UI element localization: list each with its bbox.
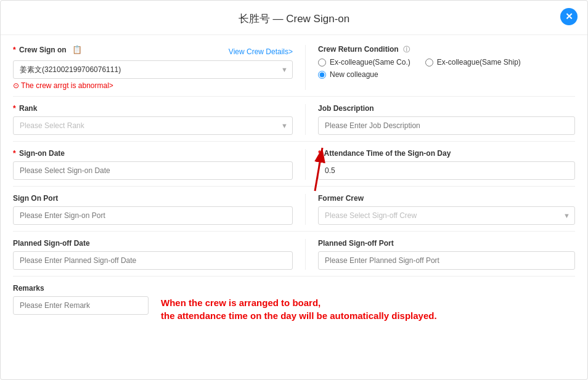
view-crew-details-link[interactable]: View Crew Details>: [229, 47, 293, 56]
crew-sign-on-label: Crew Sign on: [19, 46, 67, 54]
job-desc-section: Job Description: [305, 104, 575, 135]
modal-title: 长胜号 — Crew Sign-on: [1, 12, 587, 26]
planned-signoff-date-label: Planned Sign-off Date: [13, 239, 90, 248]
crew-signin-section: * Crew Sign on 📋 View Crew Details> 姜素文(…: [13, 45, 305, 90]
rank-label: Rank: [19, 104, 37, 113]
radio-ex-colleague-ship[interactable]: Ex-colleague(Same Ship): [425, 58, 521, 67]
new-colleague-label: New colleague: [330, 70, 378, 79]
remarks-label: Remarks: [13, 284, 44, 293]
required-star: *: [13, 46, 16, 54]
radio-ex-co-input[interactable]: [318, 59, 326, 67]
calendar-icon: 📋: [72, 45, 82, 54]
former-crew-section: Former Crew Please Select Sign-off Crew …: [305, 194, 575, 225]
modal-body: * Crew Sign on 📋 View Crew Details> 姜素文(…: [1, 35, 587, 332]
former-crew-label: Former Crew: [318, 194, 364, 203]
crew-dropdown-wrap: 姜素文(321002199706076111) ▼: [13, 60, 293, 79]
date-attendance-row: * Sign-on Date * Attendance Time of the …: [13, 141, 575, 180]
annotation-line2: the attendance time on the day will be a…: [161, 310, 437, 321]
radio-new-colleague[interactable]: New colleague: [318, 70, 378, 79]
rank-section: * Rank Please Select Rank ▼: [13, 104, 305, 135]
attendance-time-input[interactable]: [318, 161, 575, 180]
close-button[interactable]: ✕: [560, 8, 578, 25]
rank-dropdown[interactable]: Please Select Rank: [13, 116, 293, 135]
modal-container: 长胜号 — Crew Sign-on ✕ * Crew Sign on 📋 Vi…: [0, 0, 588, 380]
sign-on-date-label: Sign-on Date: [19, 149, 65, 158]
radio-group: Ex-colleague(Same Co.) Ex-colleague(Same…: [318, 58, 575, 79]
radio-row-top: Ex-colleague(Same Co.) Ex-colleague(Same…: [318, 58, 575, 67]
modal-header: 长胜号 — Crew Sign-on ✕: [1, 1, 587, 35]
planned-signoff-date-section: Planned Sign-off Date: [13, 239, 305, 270]
crew-dropdown[interactable]: 姜素文(321002199706076111): [13, 60, 293, 79]
radio-row-bottom: New colleague: [318, 70, 575, 79]
former-crew-dropdown-wrap: Please Select Sign-off Crew ▼: [318, 206, 575, 225]
planned-signoff-port-input[interactable]: [318, 251, 575, 270]
sign-on-date-section: * Sign-on Date: [13, 149, 305, 180]
rank-dropdown-wrap: Please Select Rank ▼: [13, 116, 293, 135]
ex-colleague-co-label: Ex-colleague(Same Co.): [330, 58, 410, 67]
planned-signoff-port-section: Planned Sign-off Port: [305, 239, 575, 270]
crew-signin-label-row: * Crew Sign on 📋 View Crew Details>: [13, 45, 293, 58]
remarks-content-row: When the crew is arranged to board, the …: [13, 296, 575, 322]
sign-on-date-input[interactable]: [13, 161, 293, 180]
remarks-row: Remarks When the crew is arranged to boa…: [13, 276, 575, 322]
job-desc-input[interactable]: [318, 116, 575, 135]
remarks-input-wrap: [13, 296, 149, 315]
crew-return-section: Crew Return Condition ⓘ Ex-colleague(Sam…: [305, 45, 575, 90]
sign-on-port-section: Sign On Port: [13, 194, 305, 225]
radio-ex-ship-input[interactable]: [425, 59, 433, 67]
ex-colleague-ship-label: Ex-colleague(Same Ship): [437, 58, 521, 67]
sign-on-port-input[interactable]: [13, 206, 293, 225]
error-message: ⊙ The crew arrgt is abnormal>: [13, 81, 293, 90]
attendance-time-label: Attendance Time of the Sign-on Day: [324, 149, 451, 158]
planned-signoff-row: Planned Sign-off Date Planned Sign-off P…: [13, 231, 575, 270]
planned-signoff-date-input[interactable]: [13, 251, 293, 270]
port-former-crew-row: Sign On Port Former Crew Please Select S…: [13, 186, 575, 225]
annotation-line1: When the crew is arranged to board,: [161, 297, 321, 308]
rank-job-row: * Rank Please Select Rank ▼ Job Descript…: [13, 96, 575, 135]
remarks-input[interactable]: [13, 296, 149, 315]
former-crew-dropdown[interactable]: Please Select Sign-off Crew: [318, 206, 575, 225]
radio-ex-colleague-co[interactable]: Ex-colleague(Same Co.): [318, 58, 410, 67]
job-desc-label: Job Description: [318, 104, 374, 113]
help-icon: ⓘ: [403, 46, 410, 53]
radio-new-colleague-input[interactable]: [318, 71, 326, 79]
attendance-time-section: * Attendance Time of the Sign-on Day: [305, 149, 575, 180]
planned-signoff-port-label: Planned Sign-off Port: [318, 239, 394, 248]
close-icon: ✕: [565, 11, 573, 22]
sign-on-port-label: Sign On Port: [13, 194, 58, 203]
crew-return-label: Crew Return Condition: [318, 45, 399, 54]
annotation-text: When the crew is arranged to board, the …: [161, 296, 575, 322]
